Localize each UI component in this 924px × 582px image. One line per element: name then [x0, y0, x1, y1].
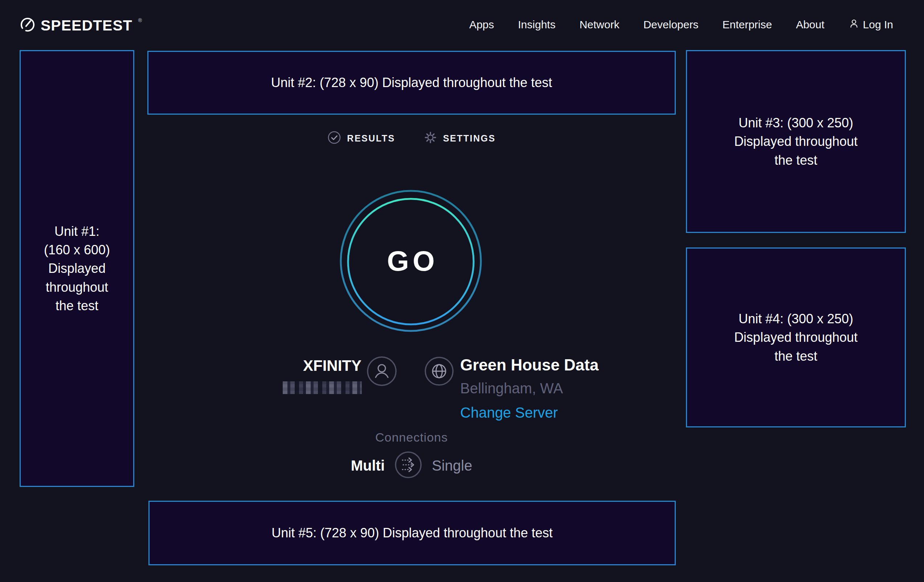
login-label: Log In [863, 18, 893, 31]
multi-connection-toggle-icon[interactable] [394, 451, 422, 480]
tab-results-label: RESULTS [347, 133, 395, 144]
nav-item-network[interactable]: Network [579, 18, 619, 31]
header: SPEEDTEST ® Apps Insights Network Develo… [0, 0, 924, 41]
view-tabs: RESULTS SETTINGS [147, 130, 676, 146]
go-button[interactable]: GO [338, 189, 483, 333]
connections-toggle-row: Multi Single [147, 451, 676, 480]
nav-item-about[interactable]: About [796, 18, 824, 31]
ad-unit-4[interactable]: Unit #4: (300 x 250) Displayed throughou… [686, 247, 906, 427]
gear-icon [424, 130, 437, 146]
ad-unit-3[interactable]: Unit #3: (300 x 250) Displayed throughou… [686, 50, 906, 233]
server-location: Bellingham, WA [460, 380, 599, 397]
change-server-link[interactable]: Change Server [460, 405, 599, 421]
trademark-mark: ® [138, 17, 142, 23]
server-name: Green House Data [460, 356, 599, 374]
nav-item-apps[interactable]: Apps [469, 18, 494, 31]
check-circle-icon [327, 130, 341, 146]
isp-user-icon[interactable] [366, 356, 397, 388]
isp-name: XFINITY [260, 357, 361, 374]
go-button-label: GO [338, 189, 483, 333]
brand-name: SPEEDTEST [41, 17, 132, 34]
ad-unit-2[interactable]: Unit #2: (728 x 90) Displayed throughout… [147, 51, 676, 115]
nav-item-developers[interactable]: Developers [644, 18, 699, 31]
server-globe-icon[interactable] [424, 356, 454, 387]
main-nav: Apps Insights Network Developers Enterpr… [469, 0, 893, 49]
nav-item-enterprise[interactable]: Enterprise [722, 18, 772, 31]
ip-address-redacted [283, 381, 362, 394]
login-button[interactable]: Log In [848, 18, 893, 31]
connections-label: Connections [147, 430, 676, 445]
ad-unit-5[interactable]: Unit #5: (728 x 90) Displayed throughout… [148, 501, 676, 565]
tab-settings[interactable]: SETTINGS [424, 130, 496, 146]
tab-results[interactable]: RESULTS [327, 130, 395, 146]
nav-item-insights[interactable]: Insights [518, 18, 555, 31]
ad-unit-1[interactable]: Unit #1: (160 x 600) Displayed throughou… [20, 50, 134, 487]
server-info: Green House Data Bellingham, WA Change S… [460, 356, 599, 421]
speedometer-icon [20, 17, 36, 34]
speedtest-logo[interactable]: SPEEDTEST ® [20, 17, 141, 34]
connections-multi-option[interactable]: Multi [351, 458, 385, 474]
tab-settings-label: SETTINGS [443, 133, 496, 144]
user-icon [848, 18, 860, 31]
connections-single-option[interactable]: Single [432, 458, 472, 474]
